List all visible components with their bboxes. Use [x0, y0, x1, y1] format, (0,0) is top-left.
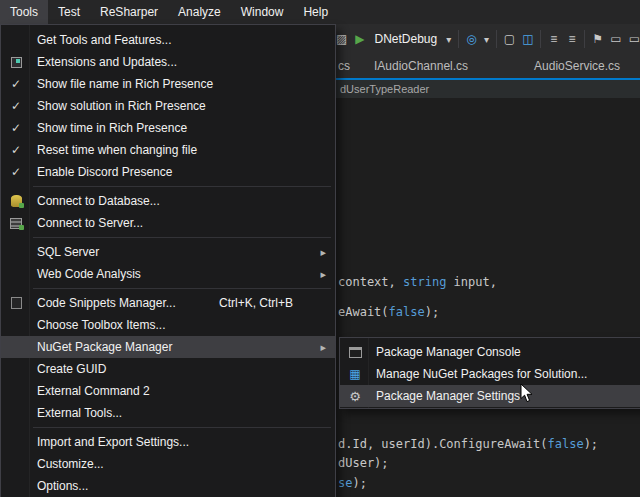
submenu-arrow-icon: [320, 268, 326, 281]
indent-icon[interactable]: [548, 32, 559, 46]
menu-item-show-file-name[interactable]: Show file name in Rich Presence: [1, 73, 335, 95]
code-text: );: [352, 476, 366, 490]
menu-item-shortcut: Ctrl+K, Ctrl+B: [219, 296, 327, 310]
menu-item-external-command-2[interactable]: External Command 2: [1, 380, 335, 402]
menu-item-label: NuGet Package Manager: [37, 340, 172, 354]
menubar-item-analyze[interactable]: Analyze: [168, 0, 231, 24]
check-icon: [7, 76, 25, 92]
menu-item-import-export-settings[interactable]: Import and Export Settings...: [1, 431, 335, 453]
menu-item-nuget-package-manager[interactable]: NuGet Package Manager: [1, 336, 335, 358]
code-text: eAwait(: [338, 305, 389, 319]
menu-item-choose-toolbox-items[interactable]: Choose Toolbox Items...: [1, 314, 335, 336]
uncomment-icon[interactable]: [629, 32, 640, 46]
menu-item-label: Show solution in Rich Presence: [37, 99, 206, 113]
code-line: se);: [338, 476, 367, 490]
menu-item-label: Get Tools and Features...: [37, 33, 172, 47]
menu-item-label: Show file name in Rich Presence: [37, 77, 213, 91]
menu-item-label: Choose Toolbox Items...: [37, 318, 166, 332]
menu-item-label: Web Code Analysis: [37, 267, 141, 281]
menubar-item-window[interactable]: Window: [231, 0, 294, 24]
tab-audioservice[interactable]: AudioService.cs: [522, 54, 632, 78]
check-icon: [7, 142, 25, 158]
menu-bar: Tools Test ReSharper Analyze Window Help: [0, 0, 640, 24]
menu-item-show-time[interactable]: Show time in Rich Presence: [1, 117, 335, 139]
code-keyword: se: [338, 476, 352, 490]
menu-item-label: Package Manager Settings: [376, 389, 520, 403]
outdent-icon[interactable]: [566, 32, 577, 46]
toolbar-separator: [496, 30, 497, 48]
menu-item-label: Extensions and Updates...: [37, 55, 177, 69]
bookmark-icon[interactable]: [592, 32, 603, 46]
snippet-icon: [7, 295, 25, 311]
comment-icon[interactable]: [610, 32, 621, 46]
menu-item-label: Reset time when changing file: [37, 143, 197, 157]
menu-item-reset-time[interactable]: Reset time when changing file: [1, 139, 335, 161]
submenu-arrow-icon: [320, 341, 326, 354]
console-icon: [346, 344, 364, 360]
attach-icon[interactable]: [336, 32, 347, 46]
code-line: context, string input,: [338, 275, 497, 289]
menu-separator: [33, 427, 331, 428]
compare-files-icon[interactable]: [522, 32, 533, 46]
extensions-icon: [7, 54, 25, 70]
check-icon: [7, 98, 25, 114]
tab-iaudiochannel[interactable]: IAudioChannel.cs: [362, 54, 480, 78]
submenu-item-manage-nuget-packages[interactable]: Manage NuGet Packages for Solution...: [340, 363, 640, 385]
menu-item-label: Connect to Server...: [37, 216, 143, 230]
gear-icon: [346, 388, 364, 404]
menubar-item-resharper[interactable]: ReSharper: [90, 0, 168, 24]
vs-window: Tools Test ReSharper Analyze Window Help…: [0, 0, 640, 497]
code-keyword: false: [389, 305, 425, 319]
menu-item-label: Package Manager Console: [376, 345, 521, 359]
menu-separator: [33, 186, 331, 187]
debug-target-chevron-icon[interactable]: [446, 34, 451, 45]
code-text: context,: [338, 275, 403, 289]
menu-item-extensions-and-updates[interactable]: Extensions and Updates...: [1, 51, 335, 73]
start-debug-icon[interactable]: [354, 32, 365, 46]
menu-separator: [33, 237, 331, 238]
menubar-item-test[interactable]: Test: [48, 0, 90, 24]
code-text: input,: [446, 275, 497, 289]
nuget-package-manager-submenu: Package Manager Console Manage NuGet Pac…: [339, 337, 640, 409]
menu-item-customize[interactable]: Customize...: [1, 453, 335, 475]
check-icon: [7, 120, 25, 136]
menu-item-show-solution[interactable]: Show solution in Rich Presence: [1, 95, 335, 117]
database-icon: [7, 193, 25, 209]
find-in-code-icon[interactable]: [466, 32, 477, 46]
toolbar-separator: [540, 30, 541, 48]
menu-item-get-tools-and-features[interactable]: Get Tools and Features...: [1, 29, 335, 51]
menu-item-connect-to-database[interactable]: Connect to Database...: [1, 190, 335, 212]
find-chevron-icon[interactable]: [484, 34, 489, 45]
menu-item-label: Customize...: [37, 457, 104, 471]
menu-item-label: Create GUID: [37, 362, 106, 376]
menu-item-label: SQL Server: [37, 245, 99, 259]
check-icon: [7, 164, 25, 180]
new-item-icon[interactable]: [504, 32, 515, 46]
code-text: d.Id, userId).ConfigureAwait(: [338, 437, 548, 451]
toolbar-separator: [458, 30, 459, 48]
code-keyword: false: [548, 437, 584, 451]
submenu-arrow-icon: [320, 246, 326, 259]
menu-item-label: Options...: [37, 479, 88, 493]
submenu-item-package-manager-settings[interactable]: Package Manager Settings: [340, 385, 640, 407]
menu-item-create-guid[interactable]: Create GUID: [1, 358, 335, 380]
menu-item-options[interactable]: Options...: [1, 475, 335, 497]
menu-item-enable-discord-presence[interactable]: Enable Discord Presence: [1, 161, 335, 183]
menu-item-connect-to-server[interactable]: Connect to Server...: [1, 212, 335, 234]
menu-separator: [33, 288, 331, 289]
debug-target-label[interactable]: DNetDebug: [374, 32, 437, 46]
menubar-item-tools[interactable]: Tools: [0, 0, 48, 24]
tools-menu: Get Tools and Features... Extensions and…: [0, 24, 336, 497]
menu-item-web-code-analysis[interactable]: Web Code Analysis: [1, 263, 335, 285]
menu-item-sql-server[interactable]: SQL Server: [1, 241, 335, 263]
menu-item-external-tools[interactable]: External Tools...: [1, 402, 335, 424]
menu-item-code-snippets-manager[interactable]: Code Snippets Manager... Ctrl+K, Ctrl+B: [1, 292, 335, 314]
submenu-item-package-manager-console[interactable]: Package Manager Console: [340, 341, 640, 363]
packages-icon: [346, 366, 364, 382]
code-line: eAwait(false);: [338, 305, 439, 319]
menu-item-label: Import and Export Settings...: [37, 435, 189, 449]
code-text: );: [425, 305, 439, 319]
menubar-item-help[interactable]: Help: [293, 0, 338, 24]
code-text: dUser);: [338, 456, 389, 470]
code-keyword: string: [403, 275, 446, 289]
